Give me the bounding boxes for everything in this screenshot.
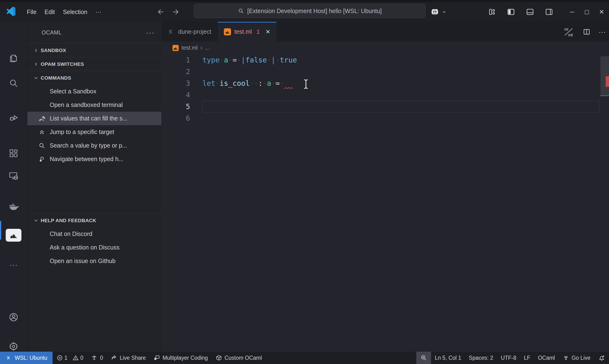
menu-more[interactable]: ··· — [91, 5, 105, 19]
code-token: · — [215, 79, 220, 87]
activity-run-and-debug[interactable] — [0, 106, 27, 129]
chevron-down-icon — [33, 75, 39, 81]
code-token: false — [246, 56, 267, 64]
menubar: FileEditSelection··· — [23, 2, 105, 22]
code-line-4[interactable]: 4 — [162, 89, 609, 101]
section-header-help-and-feedback[interactable]: HELP AND FEEDBACK — [27, 213, 161, 227]
activity-remote-explorer[interactable] — [0, 164, 27, 187]
code-token: | — [271, 56, 276, 64]
code-token: · — [267, 56, 271, 64]
copilot-icon[interactable] — [430, 7, 440, 17]
tab-strip: dune-projecttest.ml1✕ — [162, 22, 609, 42]
tab-close-icon[interactable]: ✕ — [265, 28, 270, 35]
broadcast-antenna-icon — [563, 354, 569, 361]
activity-ocaml[interactable] — [0, 224, 27, 247]
sidebar-item-open-a-sandboxed-terminal[interactable]: Open a sandboxed terminal — [27, 98, 161, 112]
status-problems[interactable]: 10 — [53, 352, 87, 364]
status-encoding[interactable]: UTF-8 — [497, 352, 520, 364]
line-content — [202, 66, 599, 78]
forward-arrow-icon[interactable] — [171, 8, 179, 16]
sidebar-item-jump-to-a-specific-target[interactable]: Jump to a specific target — [27, 125, 161, 139]
sidebar-item-chat-on-discord[interactable]: Chat on Discord — [27, 227, 161, 241]
toggle-primary-sidebar-icon[interactable] — [507, 8, 515, 16]
activity-extensions[interactable] — [0, 142, 27, 165]
breadcrumb-separator[interactable]: › — [201, 45, 202, 51]
status-cursor-position[interactable]: Ln 5, Col 1 — [431, 352, 465, 364]
breadcrumb-rest[interactable]: ... — [205, 45, 209, 51]
sidebar-item-list-values-that-can-fill-the-s[interactable]: List values that can fill the s... — [27, 112, 161, 125]
maximize-button[interactable]: ▢ — [580, 2, 594, 22]
sidebar-item-label: Select a Sandbox — [50, 88, 96, 95]
menu-edit[interactable]: Edit — [41, 5, 59, 19]
sidebar-item-label: Open an issue on Github — [50, 258, 116, 264]
code-token: a — [224, 56, 228, 64]
menu-file[interactable]: File — [23, 5, 41, 19]
status-live-share[interactable]: Live Share — [107, 352, 150, 364]
menu-selection[interactable]: Selection — [59, 5, 91, 19]
code-token: · — [280, 79, 284, 87]
active-view-indicator — [0, 221, 1, 239]
minimize-button[interactable]: ─ — [565, 2, 580, 22]
status-remote[interactable]: WSL: Ubuntu — [0, 352, 53, 364]
activity-search[interactable] — [0, 72, 27, 95]
code-token: type — [202, 56, 220, 64]
search-icon — [238, 8, 244, 14]
command-center-search[interactable]: [Extension Development Host] hello [WSL:… — [194, 4, 426, 18]
section-label: HELP AND FEEDBACK — [41, 218, 96, 223]
status-custom-ocaml[interactable]: Custom OCaml — [212, 352, 266, 364]
status-ports[interactable]: 0 — [87, 352, 107, 364]
command-center-text: [Extension Development Host] hello [WSL:… — [247, 8, 382, 14]
sidebar-item-search-a-value-by-type-or-p[interactable]: Search a value by type or p... — [27, 139, 161, 152]
status-label: Go Live — [572, 355, 590, 361]
window-top-edge — [0, 0, 609, 2]
status-bar: WSL: Ubuntu100Live ShareMultiplayer Codi… — [0, 352, 609, 364]
tools-icon — [38, 115, 45, 122]
status-go-live[interactable]: Go Live — [559, 352, 594, 364]
section-header-sandbox[interactable]: SANDBOX — [27, 43, 161, 57]
double-chevron-up-icon — [38, 129, 45, 136]
code-line-6[interactable]: 6 — [162, 112, 609, 124]
status-label: Multiplayer Coding — [163, 355, 208, 361]
customize-layout-icon[interactable] — [488, 8, 496, 16]
status-notifications[interactable] — [594, 352, 609, 364]
status-screencast-zoom[interactable] — [416, 352, 431, 364]
section-header-opam-switches[interactable]: OPAM SWITCHES — [27, 57, 161, 71]
more-actions-icon[interactable]: ··· — [598, 28, 606, 36]
code-line-1[interactable]: 1type·a·=·|false·|·true — [162, 54, 609, 66]
code-line-3[interactable]: 3let·is_cool··:·a·=· — [162, 78, 609, 89]
split-editor-icon[interactable] — [583, 28, 590, 36]
line-number: 6 — [162, 112, 202, 124]
tab-dune-project[interactable]: dune-project — [162, 22, 218, 42]
status-eol[interactable]: LF — [520, 352, 534, 364]
sidebar-item-select-a-sandbox[interactable]: Select a Sandbox — [27, 85, 161, 98]
close-button[interactable]: ✕ — [594, 2, 609, 22]
status-indentation[interactable]: Spaces: 2 — [465, 352, 497, 364]
activity-explorer[interactable] — [0, 47, 27, 70]
sidebar-item-navigate-between-typed-h[interactable]: Navigate between typed h... — [27, 152, 161, 166]
code-line-2[interactable]: 2 — [162, 66, 609, 78]
tab-test-ml[interactable]: test.ml1✕ — [218, 22, 277, 42]
package-cube-icon — [216, 354, 222, 361]
chevron-right-icon — [33, 48, 39, 53]
activity-more-views[interactable]: ··· — [0, 253, 27, 276]
copilot-chevron-down-icon[interactable] — [442, 9, 447, 14]
code-token: = — [232, 56, 237, 64]
radio-tower-icon — [91, 354, 97, 361]
sidebar-item-open-an-issue-on-github[interactable]: Open an issue on Github — [27, 254, 161, 268]
status-language-mode[interactable]: OCaml — [534, 352, 559, 364]
section-header-commands[interactable]: COMMANDS — [27, 71, 161, 85]
ml-mli-switch-icon[interactable]: mlmli — [562, 26, 575, 37]
sidebar-item-ask-a-question-on-discuss[interactable]: Ask a question on Discuss — [27, 241, 161, 254]
breadcrumb-file[interactable]: test.ml — [181, 45, 198, 51]
status-multiplayer-coding[interactable]: Multiplayer Coding — [150, 352, 211, 364]
code-line-5[interactable]: 5 — [162, 101, 609, 112]
back-arrow-icon[interactable] — [157, 8, 165, 16]
sidebar-more-actions[interactable]: ··· — [146, 28, 155, 37]
activity-accounts[interactable] — [0, 306, 27, 329]
code-area[interactable]: 1type·a·=·|false·|·true23let·is_cool··:·… — [162, 54, 609, 352]
activity-docker[interactable] — [0, 195, 27, 218]
breadcrumb[interactable]: test.ml›... — [172, 42, 210, 54]
status-label: WSL: Ubuntu — [15, 355, 47, 361]
toggle-panel-icon[interactable] — [526, 8, 534, 16]
toggle-secondary-sidebar-icon[interactable] — [545, 8, 553, 16]
